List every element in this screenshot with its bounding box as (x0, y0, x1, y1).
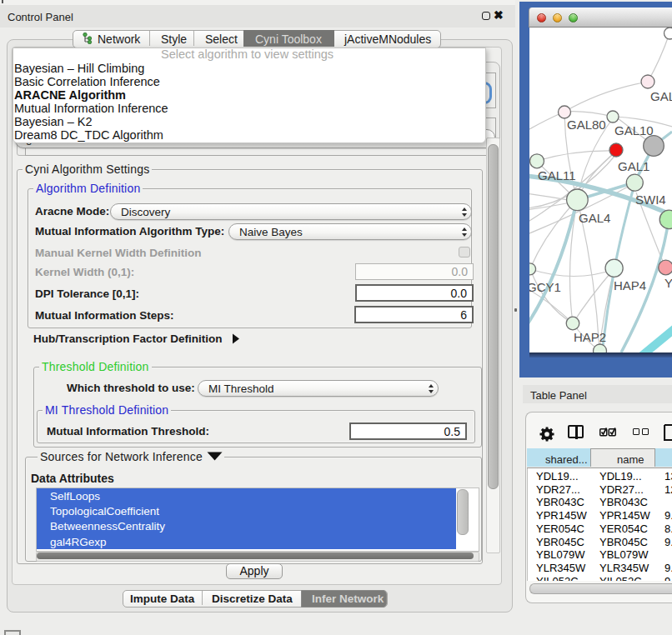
svg-text:GAL80: GAL80 (567, 118, 606, 132)
svg-text:GCY1: GCY1 (529, 280, 561, 294)
svg-text:HAP2: HAP2 (574, 330, 606, 344)
svg-text:GAL10: GAL10 (614, 123, 654, 138)
svg-text:GAL2: GAL2 (650, 89, 672, 103)
svg-text:HAP4: HAP4 (614, 278, 646, 292)
svg-text:SWI4: SWI4 (635, 192, 666, 207)
svg-text:GAL11: GAL11 (538, 168, 576, 182)
svg-text:GAL1: GAL1 (618, 159, 649, 173)
svg-text:Y: Y (664, 276, 672, 290)
svg-text:GAL4: GAL4 (579, 211, 610, 225)
